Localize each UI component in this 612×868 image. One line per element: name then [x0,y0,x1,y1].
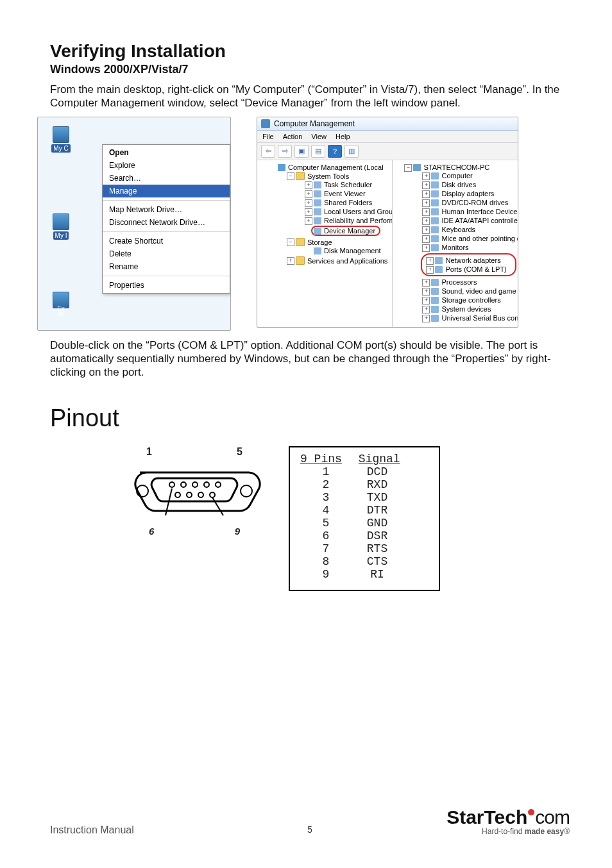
left-tree-pane: Computer Management (Local −System Tools… [257,160,393,327]
device-category-icon [435,257,443,264]
tree-item[interactable]: +Reliability and Performa [305,216,392,225]
menu-item-create-shortcut[interactable]: Create Shortcut [103,235,230,247]
event-viewer-icon [314,190,321,197]
menu-action[interactable]: Action [283,133,303,140]
menu-item-manage[interactable]: Manage [103,185,230,197]
menu-item-open[interactable]: Open [103,146,230,159]
expand-icon[interactable]: + [287,257,294,265]
menu-item-rename[interactable]: Rename [103,260,230,273]
tree-item[interactable]: +System devices [422,305,518,313]
expand-icon[interactable]: + [422,235,430,243]
tree-item[interactable]: +Event Viewer [305,189,392,198]
svg-point-10 [241,485,252,497]
expand-icon[interactable]: + [422,297,430,305]
collapse-icon[interactable]: − [287,238,294,246]
expand-icon[interactable]: + [305,208,312,216]
tree-item[interactable]: Disk Management [305,246,392,255]
menu-view[interactable]: View [311,133,327,140]
expand-icon[interactable]: + [426,266,434,274]
tree-item[interactable]: +Monitors [422,243,518,252]
expand-icon[interactable]: + [422,208,430,216]
expand-icon[interactable]: + [305,190,312,198]
tree-node-storage[interactable]: −Storage Disk Management [287,237,392,256]
heading-verifying: Verifying Installation [50,41,570,62]
expand-icon[interactable]: + [422,190,430,198]
collapse-icon[interactable]: − [287,172,294,180]
tree-item[interactable]: +Local Users and Groups [305,207,392,216]
tree-root[interactable]: Computer Management (Local −System Tools… [269,163,392,266]
expand-icon[interactable]: + [422,315,430,322]
menu-separator [103,231,230,232]
collapse-icon[interactable]: − [404,164,412,172]
expand-icon[interactable]: + [422,306,430,313]
toolbar-button[interactable]: ▣ [294,145,309,158]
tree-item[interactable]: +Universal Serial Bus controllers [422,313,518,322]
tree-item[interactable]: +DVD/CD-ROM drives [422,198,518,207]
expand-icon[interactable]: + [422,244,430,252]
menu-separator [103,276,230,276]
folder-icon [296,256,305,265]
tree-node-system-tools[interactable]: −System Tools +Task Scheduler +Event Vie… [287,171,392,237]
expand-icon[interactable]: + [305,199,312,207]
menu-item-delete[interactable]: Delete [103,247,230,260]
expand-icon[interactable]: + [422,226,430,234]
expand-icon[interactable]: + [422,279,430,287]
menu-item-properties[interactable]: Properties [103,279,230,292]
tree-item[interactable]: +Keyboards [422,225,518,234]
device-category-icon [431,288,439,295]
tree-item[interactable]: +Storage controllers [422,296,518,305]
tree-item[interactable]: +Disk drives [422,180,518,189]
reliability-icon [314,217,321,224]
table-header-pins: 9 Pins [300,453,342,465]
toolbar-button[interactable]: ▥ [344,145,359,158]
table-row: 2RXD [300,478,429,491]
svg-point-1 [181,482,186,487]
tree-item[interactable]: +Computer [422,171,518,180]
menu-item-disconnect-drive[interactable]: Disconnect Network Drive… [103,216,230,229]
svg-line-12 [212,497,223,515]
tree-item[interactable]: +Human Interface Devices [422,207,518,216]
tree-item[interactable]: +Processors [422,278,518,287]
menubar: File Action View Help [257,131,518,143]
expand-icon[interactable]: + [422,181,430,189]
brand-block: StarTechcom Hard-to-find made easy® [446,806,570,836]
toolbar-button[interactable]: ▤ [311,145,325,158]
menu-file[interactable]: File [262,133,274,140]
menu-item-explore[interactable]: Explore [103,159,230,172]
tree-root-pc[interactable]: −STARTECHCOM-PC +Computer+Disk drives+Di… [404,163,518,323]
tree-item[interactable]: +Ports (COM & LPT) [426,265,511,274]
svg-point-4 [216,482,221,487]
tree-item[interactable]: +Display adapters [422,189,518,198]
tree-item[interactable]: +Mice and other pointing devices [422,234,518,243]
expand-icon[interactable]: + [422,172,430,180]
expand-icon[interactable]: + [305,181,312,189]
menu-item-search[interactable]: Search… [103,172,230,185]
expand-icon[interactable]: + [422,288,430,296]
tree-item[interactable]: +Shared Folders [305,198,392,207]
tree-node-services[interactable]: +Services and Applications [287,256,392,265]
tree-item[interactable]: +Sound, video and game controllers [422,287,518,296]
page-footer: Instruction Manual 5 StarTechcom Hard-to… [50,806,570,836]
device-category-icon [431,208,439,215]
pin-label-9: 9 [235,526,240,537]
device-category-icon [431,279,439,286]
tree-item[interactable]: +IDE ATA/ATAPI controllers [422,216,518,225]
toolbar-forward-button[interactable]: ⇨ [278,145,292,158]
toolbar-help-button[interactable]: ? [328,145,342,158]
expand-icon[interactable]: + [422,217,430,225]
db9-connector-diagram: 1 5 6 9 [127,446,262,537]
menu-item-map-drive[interactable]: Map Network Drive… [103,203,230,216]
toolbar-back-button[interactable]: ⇦ [261,145,275,158]
tree-item-device-manager[interactable]: Device Manager [305,225,392,237]
expand-icon[interactable]: + [426,257,434,265]
pin-label-5: 5 [237,446,242,458]
tree-item[interactable]: +Task Scheduler [305,180,392,189]
device-category-icon [431,306,439,313]
menu-help[interactable]: Help [336,133,350,140]
tree-item[interactable]: +Network adapters [426,256,511,265]
expand-icon[interactable]: + [305,217,312,225]
computer-management-icon [278,164,285,171]
app-icon [261,119,270,128]
device-category-icon [435,266,443,273]
expand-icon[interactable]: + [422,199,430,207]
